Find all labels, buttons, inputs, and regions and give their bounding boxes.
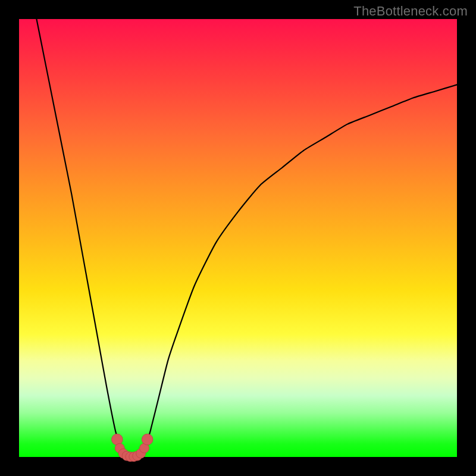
curve-svg (19, 19, 457, 457)
bottleneck-curve (36, 19, 457, 457)
outer-frame: TheBottleneck.com (0, 0, 476, 476)
valley-marker (112, 434, 123, 445)
plot-area (19, 19, 457, 457)
curve-group (36, 19, 457, 457)
valley-marker (142, 434, 153, 445)
watermark-text: TheBottleneck.com (353, 4, 468, 19)
marker-group (112, 434, 153, 461)
